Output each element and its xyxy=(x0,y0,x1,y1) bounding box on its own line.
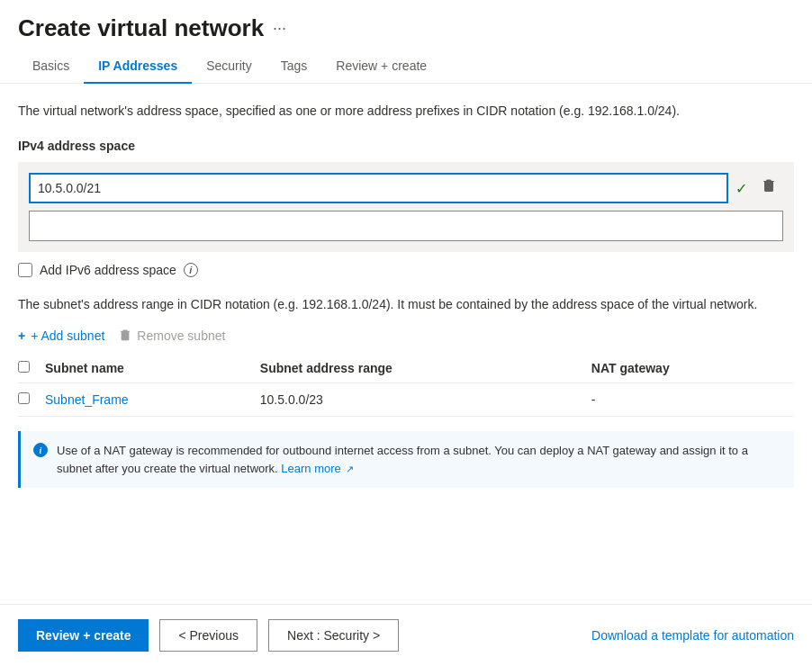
tab-tags[interactable]: Tags xyxy=(266,50,322,84)
row-checkbox-cell xyxy=(18,383,45,417)
ipv4-second-input[interactable] xyxy=(29,211,783,241)
svg-text:i: i xyxy=(40,446,42,455)
subnet-name-cell: Subnet_Frame xyxy=(45,383,260,417)
select-all-checkbox[interactable] xyxy=(18,361,30,373)
ipv6-info-icon: i xyxy=(184,263,198,277)
learn-more-link[interactable]: Learn more ↗ xyxy=(281,462,354,475)
tab-security[interactable]: Security xyxy=(192,50,266,84)
tab-bar: Basics IP Addresses Security Tags Review… xyxy=(0,50,812,84)
delete-ipv4-button[interactable] xyxy=(754,176,783,201)
tab-ip-addresses[interactable]: IP Addresses xyxy=(84,50,192,84)
page-title: Create virtual network xyxy=(18,14,264,42)
subnet-range-cell: 10.5.0.0/23 xyxy=(260,383,591,417)
subnet-name-link[interactable]: Subnet_Frame xyxy=(45,392,129,407)
nat-info-box: i Use of a NAT gateway is recommended fo… xyxy=(18,431,794,488)
next-label: Next : Security > xyxy=(287,628,380,643)
subnet-description: The subnet's address range in CIDR notat… xyxy=(18,295,794,314)
subnet-actions: + + Add subnet Remove subnet xyxy=(18,328,794,343)
add-subnet-label: + Add subnet xyxy=(31,328,104,343)
ipv4-section-label: IPv4 address space xyxy=(18,139,794,153)
review-create-button[interactable]: Review + create xyxy=(18,619,149,652)
subnet-table: Subnet name Subnet address range NAT gat… xyxy=(18,354,794,417)
next-button[interactable]: Next : Security > xyxy=(268,619,399,652)
col-subnet-range: Subnet address range xyxy=(260,354,591,383)
footer: Review + create < Previous Next : Securi… xyxy=(0,604,812,666)
remove-subnet-button: Remove subnet xyxy=(119,328,225,343)
previous-button[interactable]: < Previous xyxy=(159,619,257,652)
valid-checkmark-icon: ✓ xyxy=(735,180,747,197)
main-content: The virtual network's address space, spe… xyxy=(0,84,812,604)
table-row: Subnet_Frame 10.5.0.0/23 - xyxy=(18,383,794,417)
ipv6-checkbox-row: Add IPv6 address space i xyxy=(18,263,794,277)
ellipsis-menu[interactable]: ··· xyxy=(273,19,286,38)
external-link-icon: ↗ xyxy=(346,464,354,474)
previous-label: < Previous xyxy=(178,628,239,643)
page-header: Create virtual network ··· xyxy=(0,0,812,42)
ipv6-checkbox-label[interactable]: Add IPv6 address space xyxy=(40,263,176,277)
tab-basics[interactable]: Basics xyxy=(18,50,84,84)
review-create-label: Review + create xyxy=(36,628,131,643)
tab-review-create[interactable]: Review + create xyxy=(321,50,441,84)
nat-gateway-cell: - xyxy=(591,383,794,417)
plus-icon: + xyxy=(18,328,25,343)
nat-info-text: Use of a NAT gateway is recommended for … xyxy=(57,442,781,477)
add-subnet-button[interactable]: + + Add subnet xyxy=(18,328,104,343)
col-nat-gateway: NAT gateway xyxy=(591,354,794,383)
ipv4-address-input[interactable] xyxy=(29,173,728,203)
col-subnet-name: Subnet name xyxy=(45,354,260,383)
remove-subnet-label: Remove subnet xyxy=(137,328,225,343)
row-checkbox[interactable] xyxy=(18,392,30,404)
download-template-link[interactable]: Download a template for automation xyxy=(591,628,794,643)
ipv4-input-row: ✓ xyxy=(29,173,783,203)
info-icon: i xyxy=(33,443,48,461)
download-template-label: Download a template for automation xyxy=(591,628,794,643)
ipv4-input-container: ✓ xyxy=(18,162,794,252)
ipv4-description: The virtual network's address space, spe… xyxy=(18,102,794,121)
ipv6-checkbox[interactable] xyxy=(18,263,32,277)
col-checkbox xyxy=(18,354,45,383)
